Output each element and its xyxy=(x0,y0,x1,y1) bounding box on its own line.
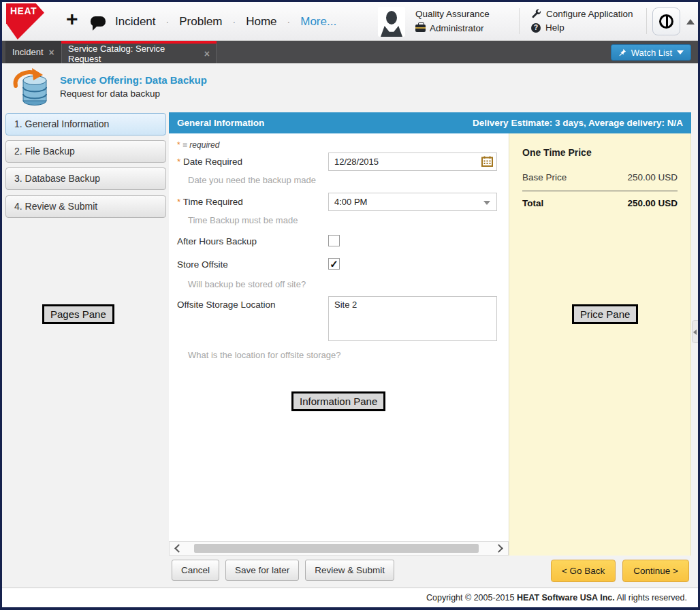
new-record-icon[interactable]: + xyxy=(66,7,78,31)
nav-problem[interactable]: Problem xyxy=(179,15,222,29)
toolbar-divider xyxy=(646,8,647,34)
avatar-body xyxy=(381,26,402,37)
go-back-button[interactable]: < Go Back xyxy=(551,560,616,582)
save-for-later-button[interactable]: Save for later xyxy=(225,560,299,581)
main-nav: Incident · Problem · Home · More... xyxy=(115,2,336,41)
calendar-icon[interactable] xyxy=(481,156,493,167)
price-title: One Time Price xyxy=(522,147,592,158)
heat-logo: HEAT xyxy=(6,3,44,39)
base-price-label: Base Price xyxy=(522,172,567,182)
page-item-review-submit[interactable]: 4. Review & Submit xyxy=(5,195,166,218)
date-required-input[interactable] xyxy=(328,152,497,171)
close-icon[interactable]: × xyxy=(49,47,54,58)
configure-application-link[interactable]: Configure Application xyxy=(531,9,633,19)
price-divider xyxy=(522,191,678,191)
time-required-help: Time Backup must be made xyxy=(188,215,298,225)
check-icon: ✓ xyxy=(330,258,338,270)
review-submit-button[interactable]: Review & Submit xyxy=(305,560,394,581)
scrollbar-thumb[interactable] xyxy=(194,544,479,553)
user-name: Quality Assurance xyxy=(415,9,490,19)
price-pane-callout: Price Pane xyxy=(572,304,638,324)
after-hours-label: After Hours Backup xyxy=(177,236,257,246)
scroll-left-icon[interactable] xyxy=(174,544,183,553)
tab-incident[interactable]: Incident × xyxy=(5,41,61,63)
collapse-toolbar-icon[interactable] xyxy=(686,19,695,25)
nav-separator: · xyxy=(287,16,291,27)
store-offsite-label: Store Offsite xyxy=(177,259,228,270)
top-toolbar: HEAT + Incident · Problem · Home · More.… xyxy=(2,2,698,41)
section-header: General Information Delivery Estimate: 3… xyxy=(169,112,691,133)
toolbar-divider xyxy=(519,8,520,34)
logout-power-button[interactable] xyxy=(652,7,680,35)
tab-service-catalog-label: Service Catalog: Service Request xyxy=(68,44,199,64)
wrench-icon xyxy=(531,9,541,19)
config-block: Configure Application ? Help xyxy=(531,9,633,36)
time-required-select[interactable]: 4:00 PM xyxy=(328,193,497,211)
briefcase-icon xyxy=(415,25,426,32)
action-buttons-right: < Go Back Continue > xyxy=(551,560,689,582)
action-buttons-left: Cancel Save for later Review & Submit xyxy=(172,560,394,581)
nav-separator: · xyxy=(233,16,236,27)
time-required-label: * Time Required xyxy=(177,197,243,207)
user-role: Administrator xyxy=(430,23,484,33)
nav-more[interactable]: More... xyxy=(300,15,336,29)
watch-list-label: Watch List xyxy=(631,48,672,58)
database-backup-icon xyxy=(10,67,50,108)
price-pane: One Time Price Base Price 250.00 USD Tot… xyxy=(509,133,691,556)
nav-separator: · xyxy=(166,16,170,27)
pages-pane-callout: Pages Pane xyxy=(42,304,114,324)
page-item-database-backup[interactable]: 3. Database Backup xyxy=(5,167,166,190)
continue-button[interactable]: Continue > xyxy=(622,560,689,582)
scroll-right-icon[interactable] xyxy=(494,544,503,553)
app-frame: HEAT + Incident · Problem · Home · More.… xyxy=(2,2,698,607)
offering-title: Service Offering: Data Backup xyxy=(60,74,207,86)
chevron-down-icon xyxy=(677,50,684,54)
help-link[interactable]: ? Help xyxy=(531,22,633,33)
collapse-pane-handle[interactable] xyxy=(692,320,698,343)
information-pane: * = required * Date Required Date you ne… xyxy=(169,133,509,541)
footer-copyright-pre: Copyright © 2005-2015 xyxy=(426,593,517,603)
user-role-row[interactable]: Administrator xyxy=(415,23,490,33)
avatar-head xyxy=(386,11,397,25)
chat-icon[interactable] xyxy=(91,16,106,27)
date-required-label: * Date Required xyxy=(177,157,242,167)
information-pane-callout: Information Pane xyxy=(291,391,385,411)
user-avatar[interactable] xyxy=(378,7,405,37)
page-item-general-information[interactable]: 1. General Information xyxy=(5,113,166,135)
tab-bar: Incident × Service Catalog: Service Requ… xyxy=(2,41,698,63)
after-hours-checkbox[interactable] xyxy=(328,235,340,246)
nav-home[interactable]: Home xyxy=(246,15,276,29)
offering-subtitle: Request for data backup xyxy=(60,89,160,99)
offsite-location-textarea[interactable]: Site 2 xyxy=(328,296,497,341)
nav-incident[interactable]: Incident xyxy=(115,15,156,29)
pin-icon xyxy=(618,48,626,57)
offsite-location-help: What is the location for offsite storage… xyxy=(188,350,341,360)
configure-application-label: Configure Application xyxy=(546,9,633,19)
watch-list-button[interactable]: Watch List xyxy=(611,44,691,61)
store-offsite-checkbox[interactable]: ✓ xyxy=(328,258,340,270)
footer-copyright-post: All rights reserved. xyxy=(615,593,687,603)
section-title: General Information xyxy=(177,118,264,128)
date-required-help: Date you need the backup made xyxy=(188,175,316,185)
total-value: 250.00 USD xyxy=(627,198,678,208)
store-offsite-help: Will backup be stored off site? xyxy=(188,279,306,289)
footer: Copyright © 2005-2015 HEAT Software USA … xyxy=(2,588,698,607)
total-price-row: Total 250.00 USD xyxy=(522,198,678,208)
tab-incident-label: Incident xyxy=(12,47,44,57)
user-block: Quality Assurance Administrator xyxy=(415,9,490,33)
heat-logo-text: HEAT xyxy=(10,5,37,16)
time-required-value: 4:00 PM xyxy=(334,197,367,207)
page-item-file-backup[interactable]: 2. File Backup xyxy=(5,140,166,163)
power-icon-bar xyxy=(666,16,669,27)
horizontal-scrollbar[interactable] xyxy=(169,541,509,556)
required-note: * = required xyxy=(177,140,219,150)
cancel-button[interactable]: Cancel xyxy=(172,560,219,581)
footer-company: HEAT Software USA Inc. xyxy=(517,593,615,603)
app-window: HEAT + Incident · Problem · Home · More.… xyxy=(0,0,700,610)
total-label: Total xyxy=(522,198,543,208)
required-asterisk: * xyxy=(177,140,180,150)
help-icon: ? xyxy=(531,23,541,33)
tab-service-catalog[interactable]: Service Catalog: Service Request × xyxy=(61,41,217,63)
close-icon[interactable]: × xyxy=(204,48,210,59)
delivery-estimate: Delivery Estimate: 3 days, Average deliv… xyxy=(473,118,683,128)
